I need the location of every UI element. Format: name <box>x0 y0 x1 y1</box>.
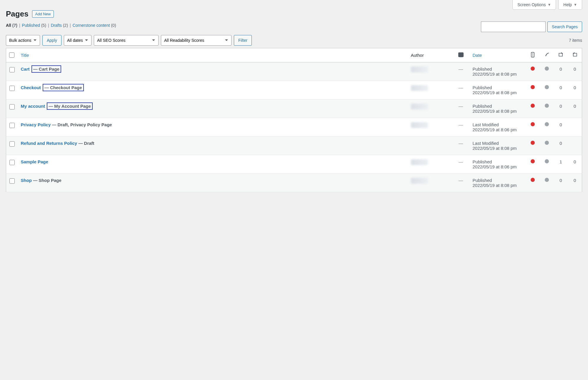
row-checkbox[interactable] <box>9 67 15 72</box>
row-title-link[interactable]: Shop <box>21 178 32 183</box>
filter-cornerstone[interactable]: Cornerstone content (0) <box>73 23 116 28</box>
seo-score-dot <box>531 122 535 126</box>
row-title-suffix: — Shop Page <box>33 178 61 183</box>
feather-icon <box>544 52 550 58</box>
author-name[interactable] <box>411 178 428 184</box>
row-title-suffix: — Draft <box>78 141 94 146</box>
col-author: Author <box>408 48 452 62</box>
row-title-link[interactable]: Sample Page <box>21 159 48 164</box>
row-title-link[interactable]: Refund and Returns Policy <box>21 141 77 146</box>
row-title-link[interactable]: Cart <box>21 67 30 72</box>
author-name[interactable] <box>411 104 428 109</box>
apply-button[interactable]: Apply <box>42 35 61 46</box>
row-checkbox[interactable] <box>9 178 15 184</box>
search-button[interactable]: Search Pages <box>547 21 582 32</box>
row-date: Last Modified2022/05/19 at 8:06 pm <box>470 118 526 137</box>
seo-score-dot <box>531 104 535 108</box>
filter-published[interactable]: Published (5) <box>22 23 46 28</box>
row-comments: — <box>452 118 470 137</box>
row-title-suffix: — Draft, Privacy Policy Page <box>52 122 112 127</box>
readability-score-dot <box>545 67 549 71</box>
outgoing-links-count: 0 <box>554 174 568 192</box>
row-title-suffix: — My Account Page <box>47 102 93 110</box>
row-title-link[interactable]: My account <box>21 104 45 109</box>
seo-score-dot <box>531 178 535 182</box>
outgoing-links-count: 0 <box>554 137 568 155</box>
date-filter-select[interactable]: All dates <box>64 35 91 46</box>
screen-options-tab[interactable]: Screen Options ▼ <box>512 0 556 10</box>
col-title[interactable]: Title <box>18 48 408 62</box>
table-row: Sample Page—Published2022/05/19 at 8:06 … <box>6 155 582 174</box>
svg-point-2 <box>532 54 533 55</box>
seo-score-dot <box>531 67 535 71</box>
filter-drafts[interactable]: Drafts (2) <box>51 23 68 28</box>
readability-score-dot <box>545 178 549 182</box>
incoming-links-count <box>568 118 582 137</box>
readability-filter-select[interactable]: All Readability Scores <box>161 35 231 46</box>
row-checkbox[interactable] <box>9 86 15 91</box>
outgoing-links-count: 0 <box>554 99 568 118</box>
incoming-links-count: 0 <box>568 99 582 118</box>
incoming-links-icon <box>572 52 578 58</box>
col-incoming-links[interactable] <box>568 48 582 62</box>
help-label: Help <box>563 2 572 7</box>
comment-icon <box>458 52 464 57</box>
table-row: Refund and Returns Policy — Draft—Last M… <box>6 137 582 155</box>
row-checkbox[interactable] <box>9 104 15 109</box>
row-date: Last Modified2022/05/19 at 8:08 pm <box>470 137 526 155</box>
author-name[interactable] <box>411 159 428 165</box>
row-comments: — <box>452 62 470 81</box>
table-row: Checkout — Checkout Page—Published2022/0… <box>6 81 582 99</box>
row-title-suffix: — Cart Page <box>31 65 61 73</box>
add-new-button[interactable]: Add New <box>32 10 54 18</box>
incoming-links-count: 0 <box>568 62 582 81</box>
col-outgoing-links[interactable] <box>554 48 568 62</box>
svg-point-3 <box>532 56 533 57</box>
author-name[interactable] <box>411 85 428 91</box>
row-title-link[interactable]: Privacy Policy <box>21 122 51 127</box>
seo-score-dot <box>531 141 535 145</box>
incoming-links-count: 0 <box>568 155 582 174</box>
col-seo-score[interactable] <box>526 48 540 62</box>
col-date[interactable]: Date <box>470 48 526 62</box>
table-row: My account — My Account Page—Published20… <box>6 99 582 118</box>
filter-all[interactable]: All (7) <box>6 23 17 28</box>
readability-score-dot <box>545 85 549 89</box>
filter-button[interactable]: Filter <box>234 35 252 46</box>
readability-score-dot <box>545 159 549 163</box>
select-all-checkbox[interactable] <box>9 52 14 58</box>
row-checkbox[interactable] <box>9 141 15 147</box>
row-comments: — <box>452 174 470 192</box>
pages-table: Title Author Date Cart — Cart Page—Publi… <box>6 48 582 192</box>
row-title-link[interactable]: Checkout <box>21 85 41 90</box>
table-row: Shop — Shop Page—Published2022/05/19 at … <box>6 174 582 192</box>
readability-score-dot <box>545 104 549 108</box>
col-readability[interactable] <box>540 48 554 62</box>
search-input[interactable] <box>481 21 546 32</box>
author-name[interactable] <box>411 122 428 128</box>
table-row: Cart — Cart Page—Published2022/05/19 at … <box>6 62 582 81</box>
row-comments: — <box>452 155 470 174</box>
row-date: Published2022/05/19 at 8:08 pm <box>470 62 526 81</box>
row-comments: — <box>452 81 470 99</box>
col-comments[interactable] <box>452 48 470 62</box>
seo-score-filter-select[interactable]: All SEO Scores <box>94 35 159 46</box>
seo-score-dot <box>531 85 535 89</box>
table-row: Privacy Policy — Draft, Privacy Policy P… <box>6 118 582 137</box>
seo-score-icon <box>530 52 536 58</box>
author-name[interactable] <box>411 67 428 72</box>
row-date: Published2022/05/19 at 8:08 pm <box>470 174 526 192</box>
help-tab[interactable]: Help ▼ <box>558 0 582 10</box>
incoming-links-count: 0 <box>568 81 582 99</box>
row-checkbox[interactable] <box>9 160 15 165</box>
row-checkbox[interactable] <box>9 123 15 128</box>
readability-score-dot <box>545 122 549 126</box>
row-title-suffix: — Checkout Page <box>43 84 84 91</box>
screen-options-label: Screen Options <box>517 2 546 7</box>
row-date: Published2022/05/19 at 8:06 pm <box>470 155 526 174</box>
bulk-actions-select[interactable]: Bulk actions <box>6 35 40 46</box>
incoming-links-count: 0 <box>568 174 582 192</box>
incoming-links-count <box>568 137 582 155</box>
outgoing-links-count: 0 <box>554 62 568 81</box>
outgoing-links-count: 1 <box>554 155 568 174</box>
